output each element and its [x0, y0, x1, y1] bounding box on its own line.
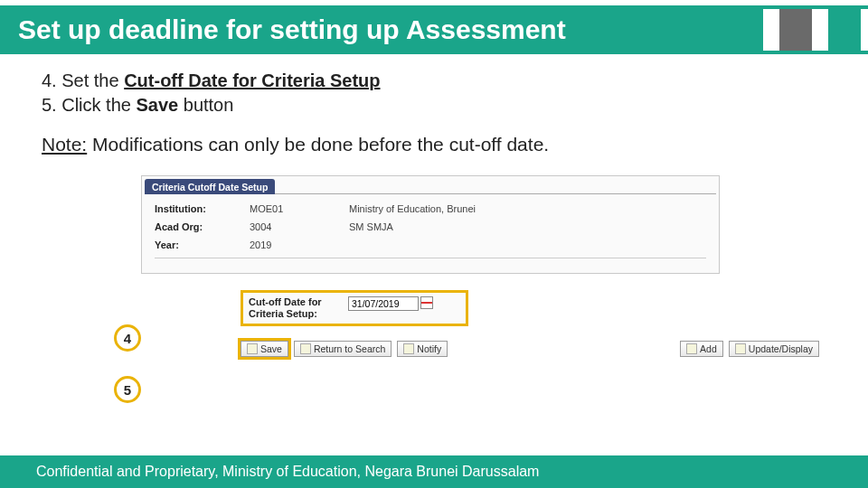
marker-5: 5 — [114, 376, 141, 403]
acadorg-code: 3004 — [250, 221, 349, 232]
note: Note: Modifications can only be done bef… — [42, 134, 832, 155]
calendar-icon[interactable] — [420, 296, 433, 309]
cutoff-highlight-box: Cut-off Date for Criteria Setup: — [241, 290, 468, 326]
institution-label: Institution: — [155, 203, 250, 214]
slide-title: Set up deadline for setting up Assessmen… — [0, 9, 763, 51]
panel-body: Institution: MOE01 Ministry of Education… — [142, 194, 719, 273]
panel-header: Criteria Cutoff Date Setup — [142, 176, 719, 194]
marker-4: 4 — [114, 324, 141, 352]
toolbar: Save Return to Search Notify Add — [241, 341, 819, 357]
notify-button[interactable]: Notify — [397, 341, 448, 357]
step-5-bold: Save — [136, 95, 178, 115]
add-icon — [686, 343, 697, 354]
footer: Confidential and Proprietary, Ministry o… — [0, 455, 868, 488]
cutoff-date-input[interactable] — [348, 296, 419, 311]
acadorg-label: Acad Org: — [155, 221, 250, 232]
update-label: Update/Display — [749, 343, 813, 354]
cutoff-label: Cut-off Date for Criteria Setup: — [249, 296, 348, 320]
save-icon — [247, 343, 258, 354]
search-icon — [300, 343, 311, 354]
footer-text: Confidential and Proprietary, Ministry o… — [36, 464, 539, 480]
institution-name: Ministry of Education, Brunei — [349, 203, 476, 214]
note-label: Note: — [42, 134, 87, 155]
toolbar-left: Save Return to Search Notify — [241, 341, 448, 357]
update-icon — [735, 343, 746, 354]
step-4: 4. Set the Cut-off Date for Criteria Set… — [42, 70, 832, 91]
criteria-panel: Criteria Cutoff Date Setup Institution: … — [141, 175, 720, 274]
add-label: Add — [700, 343, 717, 354]
row-year: Year: 2019 — [155, 239, 706, 250]
panel-divider — [155, 258, 706, 258]
title-gap — [763, 9, 779, 51]
return-to-search-button[interactable]: Return to Search — [294, 341, 392, 357]
panel-tab[interactable]: Criteria Cutoff Date Setup — [145, 179, 275, 194]
step-4-bold: Cut-off Date for Criteria Setup — [124, 70, 380, 90]
embedded-screenshot: Criteria Cutoff Date Setup Institution: … — [141, 175, 832, 357]
title-gap-2 — [812, 9, 828, 51]
title-accent-green — [828, 9, 861, 51]
institution-code: MOE01 — [250, 203, 349, 214]
title-end — [861, 9, 868, 51]
step-5-suffix: button — [178, 95, 233, 115]
row-institution: Institution: MOE01 Ministry of Education… — [155, 203, 706, 214]
panel-tab-line — [275, 176, 716, 194]
note-text: Modifications can only be done before th… — [87, 134, 549, 155]
update-display-button[interactable]: Update/Display — [729, 341, 819, 357]
slide-title-text: Set up deadline for setting up Assessmen… — [18, 14, 566, 45]
row-acadorg: Acad Org: 3004 SM SMJA — [155, 221, 706, 232]
save-button[interactable]: Save — [241, 341, 288, 357]
year-label: Year: — [155, 239, 250, 250]
step-5-prefix: 5. Click the — [42, 95, 136, 115]
acadorg-name: SM SMJA — [349, 221, 393, 232]
content-area: 4. Set the Cut-off Date for Criteria Set… — [0, 54, 868, 357]
add-button[interactable]: Add — [680, 341, 723, 357]
slide-title-bar: Set up deadline for setting up Assessmen… — [0, 5, 868, 54]
notify-icon — [403, 343, 414, 354]
step-4-prefix: 4. Set the — [42, 70, 124, 90]
return-label: Return to Search — [314, 343, 385, 354]
year-value: 2019 — [250, 239, 349, 250]
title-accent-grey — [779, 9, 812, 51]
step-5: 5. Click the Save button — [42, 95, 832, 116]
toolbar-right: Add Update/Display — [680, 341, 819, 357]
notify-label: Notify — [417, 343, 441, 354]
save-label: Save — [260, 343, 282, 354]
